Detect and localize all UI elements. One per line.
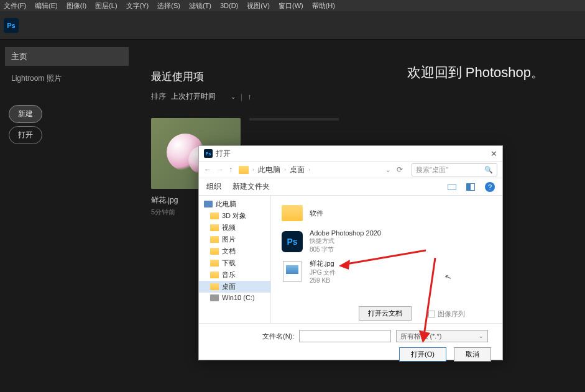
ps-logo-icon[interactable]: Ps	[4, 18, 19, 33]
search-input[interactable]: 搜索"桌面" 🔍	[412, 163, 497, 176]
file-name-label: 文件名(N):	[262, 332, 294, 341]
refresh-icon[interactable]: ⟳	[397, 165, 403, 174]
arrow-up-icon[interactable]: ↑	[247, 93, 251, 101]
folder-icon	[210, 260, 219, 267]
file-type: JPG 文件	[310, 268, 336, 277]
tree-label: 文档	[222, 247, 236, 256]
folder-icon	[210, 283, 219, 290]
menu-file[interactable]: 文件(F)	[4, 1, 26, 11]
file-name: 鲜花.jpg	[310, 259, 336, 268]
open-file-button[interactable]: 打开(O)	[399, 347, 446, 362]
menu-help[interactable]: 帮助(H)	[312, 1, 335, 11]
search-placeholder: 搜索"桌面"	[416, 165, 448, 175]
welcome-text: 欢迎回到 Photoshop。	[407, 63, 545, 82]
tree-label: 视频	[222, 223, 236, 232]
folder-tree: 此电脑 3D 对象 视频 图片 文档 下载 音乐 桌面 Win10 (C:)	[199, 196, 271, 323]
tree-docs[interactable]: 文档	[199, 245, 270, 257]
file-name-input[interactable]	[299, 330, 391, 342]
folder-icon	[282, 205, 303, 221]
help-icon[interactable]: ?	[485, 182, 495, 192]
menu-view[interactable]: 视图(V)	[247, 1, 270, 11]
sort-select[interactable]: 上次打开时间 ⌄	[171, 91, 236, 102]
menu-text[interactable]: 文字(Y)	[126, 1, 149, 11]
folder-icon	[239, 166, 249, 174]
tab-lightroom[interactable]: Lightroom 照片	[5, 70, 129, 88]
dialog-titlebar: Ps 打开 ✕	[199, 146, 502, 161]
menu-layer[interactable]: 图层(L)	[95, 1, 117, 11]
tree-label: 桌面	[222, 282, 236, 291]
breadcrumb[interactable]: › 此电脑 › 桌面 › ⌄ ⟳	[239, 165, 405, 175]
tree-this-pc[interactable]: 此电脑	[199, 198, 270, 210]
file-size: 259 KB	[310, 277, 336, 284]
tree-pictures[interactable]: 图片	[199, 234, 270, 245]
sidebar: 主页 Lightroom 照片 新建 打开	[0, 40, 134, 392]
menu-3d[interactable]: 3D(D)	[220, 2, 238, 9]
file-item-jpg[interactable]: 鲜花.jpg JPG 文件 259 KB	[277, 257, 496, 286]
new-folder-button[interactable]: 新建文件夹	[233, 181, 270, 192]
type-label: 所有格式 (*.*)	[400, 332, 441, 341]
tree-label: Win10 (C:)	[222, 294, 255, 301]
folder-icon	[210, 224, 219, 231]
path-part[interactable]: 此电脑	[258, 165, 280, 175]
file-type: 快捷方式	[310, 237, 381, 245]
nav-back-icon[interactable]: ←	[204, 165, 211, 174]
divider: |	[241, 93, 242, 101]
file-open-dialog: Ps 打开 ✕ ← → ↑ › 此电脑 › 桌面 › ⌄ ⟳ 搜索"桌面" 🔍 …	[198, 145, 503, 360]
open-button[interactable]: 打开	[9, 126, 42, 144]
menu-edit[interactable]: 编辑(E)	[35, 1, 58, 11]
tree-desktop[interactable]: 桌面	[199, 281, 270, 293]
menu-select[interactable]: 选择(S)	[157, 1, 180, 11]
nav-up-icon[interactable]: ↑	[229, 165, 233, 174]
new-button[interactable]: 新建	[9, 105, 42, 123]
file-list: 软件 Ps Adobe Photoshop 2020 快捷方式 805 字节 鲜…	[271, 196, 502, 323]
tree-video[interactable]: 视频	[199, 222, 270, 234]
menu-filter[interactable]: 滤镜(T)	[189, 1, 211, 11]
checkbox-icon[interactable]	[428, 311, 435, 317]
file-type-select[interactable]: 所有格式 (*.*) ⌄	[396, 330, 488, 342]
folder-icon	[210, 212, 219, 219]
path-part[interactable]: 桌面	[290, 165, 305, 175]
ps-app-icon: Ps	[282, 231, 303, 252]
folder-icon	[210, 271, 219, 278]
tree-label: 3D 对象	[222, 211, 246, 221]
folder-icon	[210, 236, 219, 243]
file-size: 805 字节	[310, 245, 381, 254]
path-dropdown-icon[interactable]: ⌄	[385, 166, 390, 173]
preview-pane-icon[interactable]	[466, 183, 475, 191]
tree-label: 下载	[222, 258, 236, 268]
chevron-right-icon: ›	[252, 166, 254, 173]
menu-image[interactable]: 图像(I)	[67, 1, 86, 11]
nav-fwd-icon[interactable]: →	[216, 165, 224, 174]
tab-home[interactable]: 主页	[5, 47, 129, 66]
file-name: 软件	[310, 209, 323, 218]
image-file-icon	[283, 261, 302, 282]
dialog-title: 打开	[216, 148, 231, 159]
open-cloud-button[interactable]: 打开云文档	[359, 306, 412, 321]
view-mode-icon[interactable]	[448, 184, 456, 190]
sort-value: 上次打开时间	[171, 91, 216, 102]
ps-mini-icon: Ps	[204, 149, 213, 158]
folder-icon	[210, 248, 219, 255]
dialog-toolbar: 组织 新建文件夹 ?	[199, 178, 502, 196]
tree-drive-c[interactable]: Win10 (C:)	[199, 293, 270, 303]
organize-menu[interactable]: 组织	[206, 181, 221, 192]
cancel-button[interactable]: 取消	[454, 347, 491, 362]
tree-3d[interactable]: 3D 对象	[199, 210, 270, 222]
image-sequence-check[interactable]: 图像序列	[428, 309, 465, 319]
file-item-ps[interactable]: Ps Adobe Photoshop 2020 快捷方式 805 字节	[277, 227, 496, 257]
drive-icon	[210, 294, 219, 301]
dialog-nav: ← → ↑ › 此电脑 › 桌面 › ⌄ ⟳ 搜索"桌面" 🔍	[199, 161, 502, 178]
file-name: Adobe Photoshop 2020	[310, 229, 381, 237]
tree-downloads[interactable]: 下载	[199, 257, 270, 269]
tree-label: 图片	[222, 235, 236, 244]
thumb-placeholder	[249, 118, 339, 121]
toolbar: Ps	[0, 11, 585, 40]
chevron-right-icon: ›	[284, 166, 286, 173]
dialog-footer: 文件名(N): 所有格式 (*.*) ⌄ 打开(O) 取消	[199, 323, 502, 360]
search-icon: 🔍	[484, 166, 493, 174]
file-item-folder[interactable]: 软件	[277, 199, 496, 227]
close-icon[interactable]: ✕	[491, 149, 497, 158]
tree-music[interactable]: 音乐	[199, 269, 270, 281]
seq-label: 图像序列	[438, 309, 465, 319]
menu-window[interactable]: 窗口(W)	[279, 1, 303, 11]
